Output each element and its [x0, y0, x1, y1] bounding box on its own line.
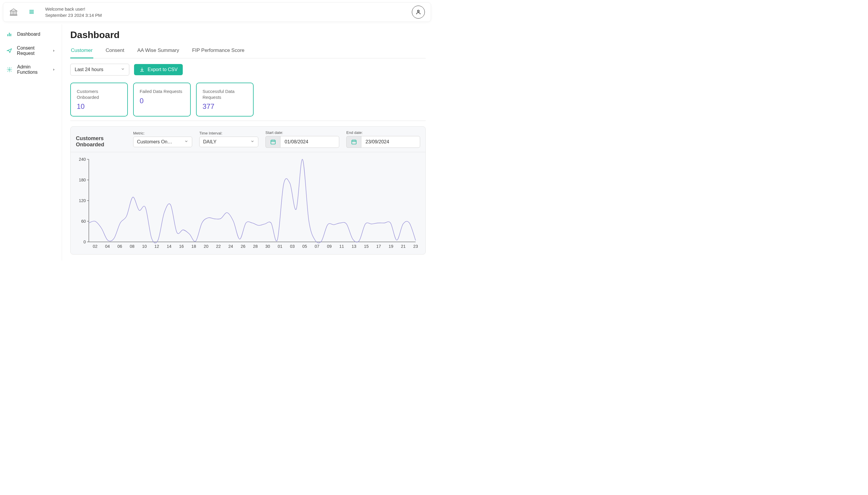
interval-dropdown[interactable]: DAILY: [199, 137, 258, 147]
svg-text:240: 240: [79, 157, 86, 161]
chevron-right-icon: [52, 67, 55, 72]
svg-text:30: 30: [265, 244, 270, 249]
svg-text:17: 17: [376, 244, 381, 249]
svg-text:60: 60: [81, 219, 86, 224]
chevron-right-icon: [52, 48, 55, 53]
svg-text:19: 19: [389, 244, 393, 249]
svg-text:11: 11: [339, 244, 344, 249]
svg-text:02: 02: [93, 244, 97, 249]
end-date-label: End date:: [346, 131, 420, 135]
svg-text:01: 01: [278, 244, 282, 249]
export-csv-label: Export to CSV: [148, 67, 177, 72]
download-icon: [140, 67, 145, 72]
svg-text:180: 180: [79, 177, 86, 182]
svg-text:03: 03: [290, 244, 295, 249]
time-range-dropdown[interactable]: Last 24 hours: [70, 64, 129, 75]
sidebar-item-consent-request[interactable]: Consent Request: [0, 41, 62, 60]
menu-icon[interactable]: [28, 9, 35, 15]
svg-text:13: 13: [351, 244, 356, 249]
svg-text:14: 14: [167, 244, 171, 249]
svg-rect-13: [351, 140, 356, 144]
tab-fip-performance[interactable]: FIP Performance Score: [192, 45, 245, 58]
svg-text:08: 08: [130, 244, 135, 249]
svg-text:23: 23: [413, 244, 418, 249]
interval-selected: DAILY: [203, 139, 216, 144]
main-content: Dashboard Customer Consent AA Wise Summa…: [62, 24, 434, 260]
svg-rect-6: [9, 33, 10, 36]
sidebar-item-label: Admin Functions: [17, 64, 52, 75]
metric-label: Metric:: [133, 131, 192, 135]
end-date-field: End date:: [346, 131, 420, 148]
bank-icon: [9, 8, 18, 17]
svg-text:120: 120: [79, 198, 86, 203]
chart-panel: Customers Onboarded Metric: Customers On…: [70, 126, 426, 255]
svg-text:20: 20: [204, 244, 209, 249]
sidebar-item-admin-functions[interactable]: Admin Functions: [0, 60, 62, 79]
topbar-left-icons: [9, 8, 35, 17]
interval-label: Time Interval:: [199, 131, 258, 135]
chevron-down-icon: [184, 139, 189, 144]
tabs: Customer Consent AA Wise Summary FIP Per…: [70, 45, 426, 58]
datetime-text: September 23 2024 3:14 PM: [45, 13, 412, 18]
start-date-calendar-button[interactable]: [265, 136, 280, 148]
time-range-selected: Last 24 hours: [75, 67, 103, 72]
svg-text:15: 15: [364, 244, 369, 249]
svg-text:22: 22: [216, 244, 221, 249]
profile-button[interactable]: [412, 5, 425, 19]
svg-rect-9: [271, 140, 275, 144]
sidebar-item-dashboard[interactable]: Dashboard: [0, 27, 62, 41]
svg-rect-7: [10, 34, 11, 36]
svg-text:24: 24: [229, 244, 233, 249]
stat-card-customers-onboarded: Customers Onboarded 10: [70, 83, 128, 117]
sidebar-item-label: Consent Request: [17, 46, 52, 56]
chart-title: Customers Onboarded: [76, 130, 126, 148]
start-date-label: Start date:: [265, 131, 339, 135]
tab-customer[interactable]: Customer: [70, 45, 93, 58]
svg-text:16: 16: [179, 244, 184, 249]
svg-text:0: 0: [84, 240, 86, 244]
stat-value: 10: [77, 102, 121, 110]
svg-point-8: [9, 69, 10, 70]
stat-card-successful-data-requests: Successful Data Requests 377: [196, 83, 253, 117]
metric-field: Metric: Customers On…: [133, 131, 192, 147]
controls-row: Last 24 hours Export to CSV: [70, 64, 426, 75]
interval-field: Time Interval: DAILY: [199, 131, 258, 147]
topbar: Welcome back user! September 23 2024 3:1…: [3, 2, 431, 22]
stat-card-failed-data-requests: Failed Data Requests 0: [133, 83, 191, 117]
export-csv-button[interactable]: Export to CSV: [134, 64, 183, 75]
send-icon: [6, 48, 12, 54]
svg-rect-5: [7, 34, 8, 36]
stat-value: 0: [140, 97, 184, 105]
tab-aa-wise-summary[interactable]: AA Wise Summary: [137, 45, 180, 58]
bar-chart-icon: [6, 31, 12, 37]
start-date-field: Start date:: [265, 131, 339, 148]
stat-label: Failed Data Requests: [140, 88, 184, 95]
divider: [70, 121, 426, 121]
end-date-calendar-button[interactable]: [346, 136, 361, 148]
page-title: Dashboard: [70, 30, 426, 40]
person-icon: [415, 9, 422, 15]
sidebar: Dashboard Consent Request Admin Function…: [0, 24, 62, 260]
svg-text:06: 06: [117, 244, 122, 249]
chart-body: 0601201802400204060810121416182022242628…: [70, 152, 425, 254]
chart-header: Customers Onboarded Metric: Customers On…: [70, 126, 425, 152]
start-date-input[interactable]: [280, 136, 339, 148]
svg-text:18: 18: [191, 244, 196, 249]
svg-text:28: 28: [253, 244, 258, 249]
sidebar-item-label: Dashboard: [17, 32, 40, 37]
line-chart: 0601201802400204060810121416182022242628…: [72, 156, 420, 251]
calendar-icon: [270, 139, 276, 145]
greeting: Welcome back user! September 23 2024 3:1…: [45, 6, 412, 18]
svg-text:21: 21: [401, 244, 406, 249]
metric-dropdown[interactable]: Customers On…: [133, 137, 192, 147]
svg-text:26: 26: [241, 244, 245, 249]
metric-selected: Customers On…: [137, 139, 172, 144]
svg-text:12: 12: [154, 244, 159, 249]
chevron-down-icon: [121, 67, 125, 72]
end-date-input[interactable]: [361, 136, 420, 148]
welcome-text: Welcome back user!: [45, 6, 412, 12]
svg-text:05: 05: [302, 244, 307, 249]
stat-label: Successful Data Requests: [202, 88, 247, 100]
tab-consent[interactable]: Consent: [105, 45, 125, 58]
svg-text:04: 04: [105, 244, 110, 249]
